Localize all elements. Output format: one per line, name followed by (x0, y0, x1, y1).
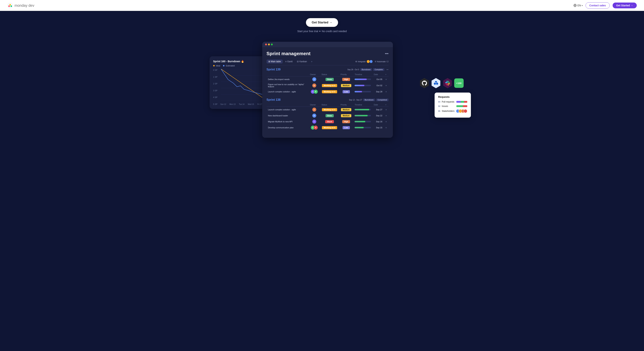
complete-badge[interactable]: Complete (373, 68, 384, 71)
task-date: Sep 15 (372, 125, 384, 131)
priority-badge[interactable]: Medium (341, 108, 352, 111)
priority-badge[interactable]: Medium (341, 114, 352, 117)
task-name: Define Jira import needs (266, 76, 309, 82)
sprint-139-header: Sprint 139 Sep 28 - Oct 5 Burndown Compl… (266, 68, 388, 71)
status-badge[interactable]: Stuck (325, 120, 334, 123)
avatar: C (312, 120, 316, 124)
task-priority: Low (339, 125, 353, 131)
avatar: B (312, 84, 316, 88)
sprint-tabs: ⊞ Main table ≡ Gantt ⊟ Kanban + (266, 59, 314, 64)
language-selector[interactable]: EN ▾ (574, 4, 582, 7)
task-owner: A B (308, 89, 320, 95)
table-row: Migrate MyWork to new API C Stuck High (266, 119, 388, 125)
sprint-139-dates: Sep 28 - Oct 5 (348, 68, 359, 70)
language-label: EN (578, 4, 581, 7)
task-date: Sep 27 (372, 107, 384, 113)
get-started-nav-button[interactable]: Get Started → (612, 2, 637, 8)
avatar: B (314, 126, 318, 130)
task-name: Launch complex solution - agile (266, 89, 309, 95)
task-owner: A B (308, 125, 320, 131)
priority-badge[interactable]: Low (342, 126, 350, 129)
stakeholder-avatar-4 (464, 109, 467, 113)
task-add[interactable]: + (384, 119, 388, 125)
svg-point-1 (8, 6, 10, 7)
status-badge[interactable]: Done (326, 114, 334, 117)
tab-main-table[interactable]: ⊞ Main table (266, 60, 283, 64)
status-badge[interactable]: Working on it (322, 84, 337, 87)
contact-sales-button[interactable]: Contact sales (586, 2, 610, 8)
col-owner: Owner (308, 103, 320, 107)
task-owner: A (308, 107, 320, 113)
task-add[interactable]: + (384, 89, 388, 95)
github-svg (422, 80, 427, 86)
task-name: Migrate MyWork to new API (266, 119, 309, 125)
avatar: A (312, 77, 316, 81)
integrate-button[interactable]: ⚙ Integrate (355, 60, 372, 63)
burndown-svg (220, 69, 268, 101)
task-name: Figure out how to run usability on "alph… (266, 82, 309, 89)
task-timeline (353, 113, 372, 119)
logo: monday dev (7, 2, 34, 8)
svg-point-3 (10, 6, 12, 7)
slack-svg (445, 81, 450, 86)
jira-integration[interactable] (431, 78, 441, 88)
issues-label: Issues (442, 105, 456, 108)
task-add[interactable]: + (384, 82, 388, 89)
pull-requests-label: Pull requests (442, 100, 456, 103)
pull-requests-num: 04 (438, 101, 442, 103)
pull-requests-row: 04 Pull requests (438, 100, 467, 103)
task-add[interactable]: + (384, 107, 388, 113)
sprint-139-badges: Sep 28 - Oct 5 Burndown Complete ••• (348, 68, 388, 71)
task-priority: High (339, 76, 353, 82)
sprint-139-more[interactable]: ••• (386, 68, 388, 70)
sprint-138-badges: Sep 13 - Sep 27 Burndown Completed (349, 98, 388, 101)
sprint-more-icon[interactable]: ••• (385, 52, 388, 56)
chevron-down-icon: ▾ (582, 4, 583, 6)
table-row: New dashboard loader B Done Medium (266, 113, 388, 119)
col-owner: Owner (308, 72, 320, 76)
task-status: Done (320, 76, 339, 82)
status-badge[interactable]: Working on it (322, 90, 337, 93)
automate-icon: ↺ (375, 60, 376, 63)
task-add[interactable]: + (384, 125, 388, 131)
status-badge[interactable]: Done (326, 78, 334, 81)
task-status: Working on it (320, 89, 339, 95)
tab-gantt[interactable]: ≡ Gantt (284, 60, 294, 64)
burndown-badge-138[interactable]: Burndown (363, 98, 375, 101)
priority-badge[interactable]: Medium (341, 84, 352, 87)
status-badge[interactable]: Working on it (322, 108, 337, 111)
col-date: Date (372, 103, 384, 107)
issues-bar (456, 105, 467, 107)
table-row: Launch complex solution - agile A Workin… (266, 107, 388, 113)
card-window-header (262, 42, 393, 47)
priority-badge[interactable]: High (342, 78, 350, 81)
github-integration[interactable] (419, 78, 430, 88)
monday-logo-icon (7, 2, 13, 8)
completed-badge[interactable]: Completed (376, 98, 388, 101)
col-priority: Priority (339, 72, 353, 76)
sprint-139-name: Sprint 139 (266, 68, 280, 71)
tab-kanban[interactable]: ⊟ Kanban (295, 60, 309, 64)
task-add[interactable]: + (384, 113, 388, 119)
priority-badge[interactable]: Low (342, 90, 350, 93)
navbar: monday dev EN ▾ Contact sales Get Starte… (0, 0, 644, 11)
col-timeline: Timeline (353, 103, 372, 107)
col-status: Status (320, 103, 339, 107)
col-task (266, 103, 309, 107)
task-add[interactable]: + (384, 76, 388, 82)
issues-num: 02 (438, 105, 442, 107)
tab-add-button[interactable]: + (310, 59, 314, 64)
task-owner: C (308, 119, 320, 125)
hero-section: Get Started → Start your free trial ✦ No… (0, 11, 644, 149)
status-badge[interactable]: Working on it (322, 126, 337, 129)
task-date: Sep 22 (372, 113, 384, 119)
hero-cta-button[interactable]: Get Started → (306, 18, 338, 27)
gantt-icon: ≡ (285, 60, 286, 63)
automate-button[interactable]: ↺ Automate / 2 (375, 60, 388, 63)
col-date: Date (372, 72, 384, 76)
burndown-badge[interactable]: Burndown (360, 68, 372, 71)
table-row: Launch complex solution - agile A B Work… (266, 89, 388, 95)
slack-integration[interactable] (442, 78, 453, 88)
hero-subtitle: Start your free trial ✦ No credit card n… (297, 30, 347, 33)
priority-badge[interactable]: High (342, 120, 350, 123)
